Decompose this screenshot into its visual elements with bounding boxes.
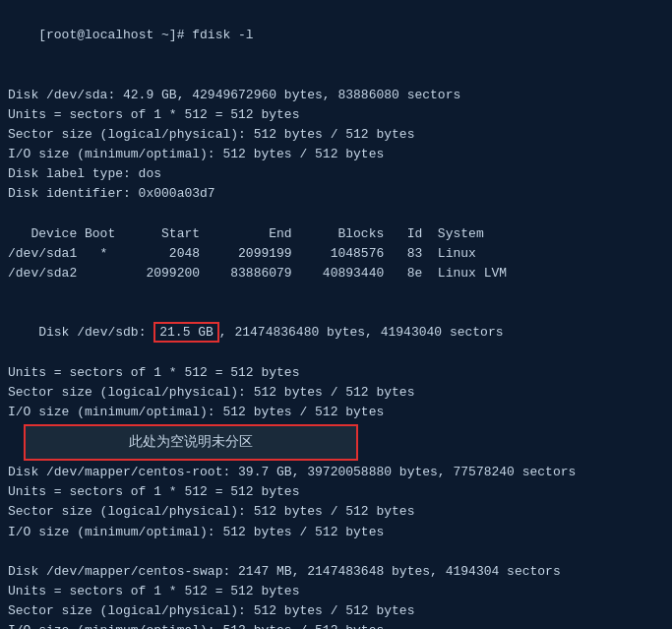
disk-mapper-swap-line2: Units = sectors of 1 * 512 = 512 bytes bbox=[8, 582, 664, 601]
disk-mapper-swap-line4: I/O size (minimum/optimal): 512 bytes / … bbox=[8, 621, 664, 629]
disk-sda-line2: Units = sectors of 1 * 512 = 512 bytes bbox=[8, 105, 664, 125]
disk-sdb-highlight: 21.5 GB bbox=[153, 322, 219, 343]
disk-sdb-line2: Units = sectors of 1 * 512 = 512 bytes bbox=[8, 363, 664, 383]
partition-sda1: /dev/sda1 * 2048 2099199 1048576 83 Linu… bbox=[8, 244, 664, 264]
disk-sda-line6: Disk identifier: 0x000a03d7 bbox=[8, 184, 664, 204]
disk-sda-line5: Disk label type: dos bbox=[8, 164, 664, 184]
disk-sdb-line4: I/O size (minimum/optimal): 512 bytes / … bbox=[8, 403, 664, 422]
disk-sdb-line3: Sector size (logical/physical): 512 byte… bbox=[8, 383, 664, 403]
annotation-text: 此处为空说明未分区 bbox=[24, 424, 358, 461]
disk-sda-line1: Disk /dev/sda: 42.9 GB, 42949672960 byte… bbox=[8, 86, 664, 105]
disk-sdb-prefix: Disk /dev/sdb: bbox=[38, 325, 153, 340]
annotation-box: 此处为空说明未分区 bbox=[8, 424, 664, 461]
disk-sdb-line1: Disk /dev/sdb: 21.5 GB, 21474836480 byte… bbox=[8, 303, 664, 362]
disk-mapper-swap-line1: Disk /dev/mapper/centos-swap: 2147 MB, 2… bbox=[8, 562, 664, 582]
partition-table-header: Device Boot Start End Blocks Id System bbox=[8, 224, 664, 244]
disk-sda-line4: I/O size (minimum/optimal): 512 bytes / … bbox=[8, 145, 664, 164]
command-line: [root@localhost ~]# fdisk -l bbox=[8, 6, 664, 65]
prompt-text: [root@localhost ~]# fdisk -l bbox=[38, 28, 253, 42]
terminal-window: [root@localhost ~]# fdisk -l Disk /dev/s… bbox=[0, 0, 672, 629]
blank-line-5 bbox=[8, 542, 664, 562]
disk-mapper-swap-line3: Sector size (logical/physical): 512 byte… bbox=[8, 601, 664, 621]
disk-mapper-root-line3: Sector size (logical/physical): 512 byte… bbox=[8, 502, 664, 522]
disk-mapper-root-line4: I/O size (minimum/optimal): 512 bytes / … bbox=[8, 523, 664, 542]
blank-line-3 bbox=[8, 283, 664, 303]
blank-line-1 bbox=[8, 65, 664, 85]
disk-sdb-suffix: , 21474836480 bytes, 41943040 sectors bbox=[219, 325, 504, 340]
partition-sda2: /dev/sda2 2099200 83886079 40893440 8e L… bbox=[8, 264, 664, 283]
disk-sda-line3: Sector size (logical/physical): 512 byte… bbox=[8, 125, 664, 145]
disk-mapper-root-line1: Disk /dev/mapper/centos-root: 39.7 GB, 3… bbox=[8, 463, 664, 482]
blank-line-2 bbox=[8, 204, 664, 223]
disk-mapper-root-line2: Units = sectors of 1 * 512 = 512 bytes bbox=[8, 482, 664, 502]
